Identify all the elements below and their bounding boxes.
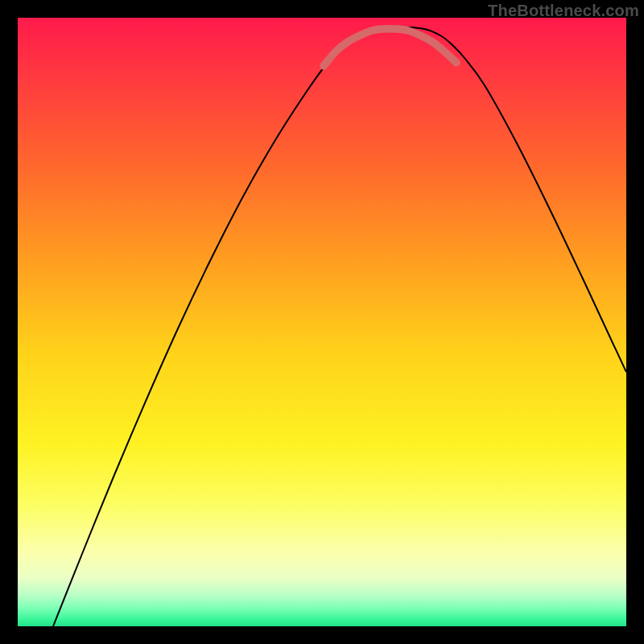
watermark-text: TheBottleneck.com	[488, 2, 639, 20]
chart-svg	[18, 18, 626, 626]
bottleneck-highlight	[324, 29, 456, 66]
plot-area	[18, 18, 626, 626]
bottleneck-curve	[53, 27, 626, 626]
chart-frame: TheBottleneck.com	[0, 0, 644, 644]
